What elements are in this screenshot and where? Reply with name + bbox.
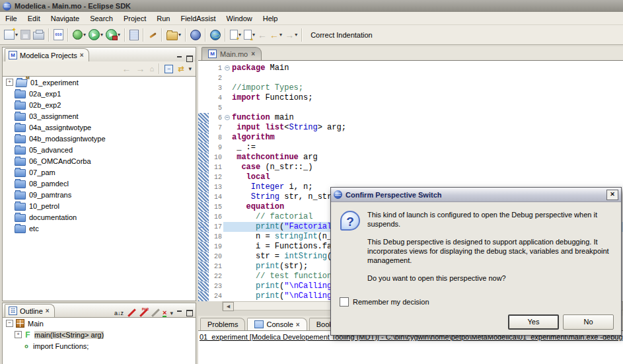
annotation-ruler[interactable]: [198, 202, 209, 212]
annotation-ruler[interactable]: [198, 281, 209, 291]
menu-run[interactable]: Run: [151, 13, 175, 24]
forward-arrow-disabled-icon[interactable]: →: [136, 64, 145, 73]
binary-010-button[interactable]: 010: [52, 28, 65, 42]
expander-icon[interactable]: +: [15, 331, 22, 338]
sphere-button[interactable]: [189, 28, 202, 42]
view-menu-chevron-icon[interactable]: ▾: [170, 310, 173, 316]
tree-item-04a_assigntwotype[interactable]: 04a_assigntwotype: [3, 122, 196, 133]
tab-modelica-projects[interactable]: M Modelica Projects ×: [5, 48, 89, 61]
collapse-icon[interactable]: [225, 65, 230, 71]
code-text[interactable]: [232, 103, 623, 113]
print-button[interactable]: [32, 28, 46, 42]
fold-margin[interactable]: [223, 212, 232, 222]
outline-item[interactable]: −Main: [3, 318, 196, 329]
tree-item-documentation[interactable]: documentation: [3, 211, 196, 223]
fold-margin[interactable]: [223, 262, 232, 272]
menu-edit[interactable]: Edit: [22, 13, 46, 24]
annotation-ruler[interactable]: [198, 172, 209, 182]
prev-annotation-button[interactable]: ▾: [242, 28, 256, 42]
annotation-ruler[interactable]: [198, 153, 209, 163]
annotation-ruler[interactable]: [198, 103, 209, 113]
menu-fieldassist[interactable]: FieldAssist: [175, 13, 221, 24]
remember-decision-checkbox[interactable]: [340, 297, 349, 307]
code-text[interactable]: function main: [232, 113, 623, 123]
menu-help[interactable]: Help: [258, 13, 283, 24]
annotation-ruler[interactable]: [198, 252, 209, 262]
minimize-view-button[interactable]: [176, 55, 183, 61]
tab-main-mo[interactable]: M Main.mo ×: [202, 47, 262, 60]
maximize-view-button[interactable]: [186, 310, 193, 316]
outline-item[interactable]: oimport Functions;: [3, 340, 196, 351]
expander-icon[interactable]: +: [6, 79, 13, 86]
no-button[interactable]: No: [563, 314, 614, 330]
fold-margin[interactable]: [223, 172, 232, 182]
fold-margin[interactable]: [223, 123, 232, 133]
annotation-ruler[interactable]: [198, 83, 209, 93]
annotation-ruler[interactable]: [198, 73, 209, 83]
filter-icon[interactable]: [127, 309, 135, 317]
open-folder-button[interactable]: ▾: [165, 28, 182, 42]
next-annotation-button[interactable]: ▾: [229, 28, 242, 42]
fold-margin[interactable]: [223, 242, 232, 252]
fold-margin[interactable]: [223, 73, 232, 83]
tree-item-01_experiment[interactable]: +M01_experiment: [3, 77, 196, 88]
menu-project[interactable]: Project: [118, 13, 151, 24]
link-with-editor-icon[interactable]: ⇄: [178, 65, 184, 73]
globe-button[interactable]: [209, 28, 222, 42]
annotation-ruler[interactable]: [198, 262, 209, 272]
code-text[interactable]: case (n_str::_): [232, 163, 623, 172]
forward-button[interactable]: →▾: [283, 28, 299, 42]
expander-icon[interactable]: −: [6, 320, 13, 327]
fold-margin[interactable]: [223, 291, 232, 301]
yes-button[interactable]: Yes: [508, 314, 559, 330]
code-text[interactable]: algorithm: [232, 133, 623, 143]
filter-par-icon[interactable]: PAR: [139, 309, 147, 317]
sort-icon[interactable]: a↓z: [114, 310, 124, 316]
annotation-ruler[interactable]: [198, 291, 209, 301]
tree-item-03_assignment[interactable]: 03_assignment: [3, 110, 196, 122]
fold-margin[interactable]: [223, 232, 232, 242]
annotation-ruler[interactable]: [198, 212, 209, 222]
hide-x-icon[interactable]: ×: [163, 309, 166, 317]
annotation-ruler[interactable]: [198, 113, 209, 123]
outline-item[interactable]: +Fmain(list<String> arg): [3, 329, 196, 340]
annotation-ruler[interactable]: [198, 182, 209, 192]
fold-margin[interactable]: [223, 163, 232, 172]
code-text[interactable]: local: [232, 172, 623, 182]
fold-margin[interactable]: [223, 281, 232, 291]
annotation-ruler[interactable]: [198, 63, 209, 73]
annotation-ruler[interactable]: [198, 163, 209, 172]
tree-item-06_OMCAndCorba[interactable]: 06_OMCAndCorba: [3, 155, 196, 166]
fold-margin[interactable]: [223, 103, 232, 113]
annotation-ruler[interactable]: [198, 143, 209, 153]
tree-item-08_pamdecl[interactable]: 08_pamdecl: [3, 178, 196, 189]
fold-margin[interactable]: [223, 143, 232, 153]
annotation-ruler[interactable]: [198, 133, 209, 143]
dialog-close-button[interactable]: ✕: [606, 190, 618, 200]
fold-margin[interactable]: [223, 93, 232, 103]
close-icon[interactable]: ×: [46, 307, 50, 314]
menu-search[interactable]: Search: [85, 13, 118, 24]
close-icon[interactable]: ×: [296, 321, 300, 328]
menu-navigate[interactable]: Navigate: [46, 13, 85, 24]
fold-margin[interactable]: [223, 222, 232, 232]
fold-margin[interactable]: [223, 63, 232, 73]
tree-item-07_pam[interactable]: 07_pam: [3, 166, 196, 178]
fold-margin[interactable]: [223, 113, 232, 123]
annotation-ruler[interactable]: [198, 242, 209, 252]
code-text[interactable]: input list<String> arg;: [232, 123, 623, 133]
annotation-ruler[interactable]: [198, 232, 209, 242]
minimize-view-button[interactable]: [176, 310, 183, 316]
code-text[interactable]: [232, 73, 623, 83]
close-icon[interactable]: ×: [251, 50, 255, 57]
fold-margin[interactable]: [223, 272, 232, 281]
back-arrow-disabled-icon[interactable]: ←: [122, 64, 131, 73]
tree-item-04b_modassigntwotype[interactable]: 04b_modassigntwotype: [3, 133, 196, 144]
tab-problems[interactable]: Problems: [200, 318, 245, 330]
collapse-all-icon[interactable]: −: [165, 65, 173, 73]
menu-window[interactable]: Window: [221, 13, 258, 24]
code-text[interactable]: matchcontinue arg: [232, 153, 623, 163]
annotation-ruler[interactable]: →: [198, 222, 209, 232]
code-text[interactable]: import Functions;: [232, 93, 623, 103]
console-view-button[interactable]: [128, 28, 140, 42]
